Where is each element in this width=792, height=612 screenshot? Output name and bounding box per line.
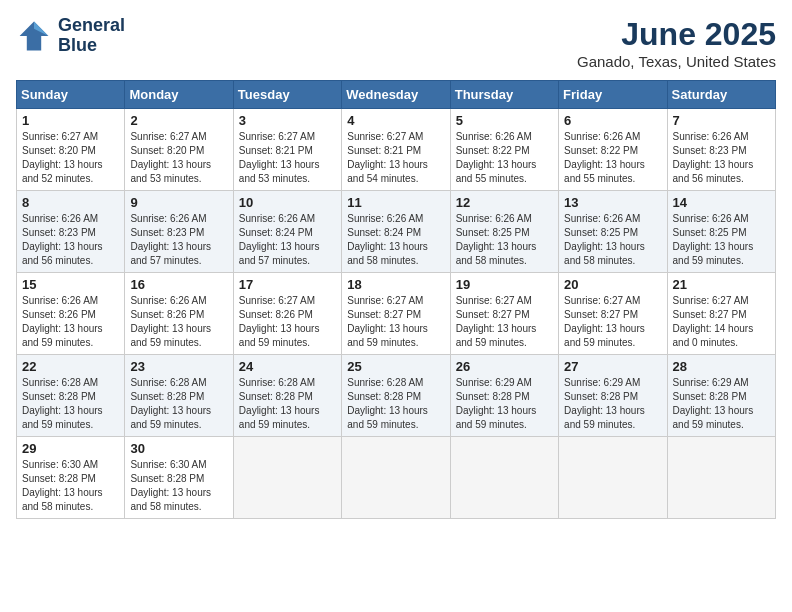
day-number: 8: [22, 195, 119, 210]
cell-content: Sunrise: 6:26 AM Sunset: 8:23 PM Dayligh…: [673, 130, 770, 186]
calendar-cell: 4 Sunrise: 6:27 AM Sunset: 8:21 PM Dayli…: [342, 109, 450, 191]
calendar-cell: 19 Sunrise: 6:27 AM Sunset: 8:27 PM Dayl…: [450, 273, 558, 355]
cell-content: Sunrise: 6:27 AM Sunset: 8:27 PM Dayligh…: [564, 294, 661, 350]
cell-content: Sunrise: 6:26 AM Sunset: 8:22 PM Dayligh…: [564, 130, 661, 186]
calendar-cell: 18 Sunrise: 6:27 AM Sunset: 8:27 PM Dayl…: [342, 273, 450, 355]
calendar-cell: 21 Sunrise: 6:27 AM Sunset: 8:27 PM Dayl…: [667, 273, 775, 355]
day-number: 3: [239, 113, 336, 128]
calendar-cell: 26 Sunrise: 6:29 AM Sunset: 8:28 PM Dayl…: [450, 355, 558, 437]
page-header: General Blue June 2025 Ganado, Texas, Un…: [16, 16, 776, 70]
day-number: 25: [347, 359, 444, 374]
cell-content: Sunrise: 6:29 AM Sunset: 8:28 PM Dayligh…: [564, 376, 661, 432]
calendar-cell: 3 Sunrise: 6:27 AM Sunset: 8:21 PM Dayli…: [233, 109, 341, 191]
calendar-week-2: 8 Sunrise: 6:26 AM Sunset: 8:23 PM Dayli…: [17, 191, 776, 273]
day-number: 4: [347, 113, 444, 128]
calendar-cell: 9 Sunrise: 6:26 AM Sunset: 8:23 PM Dayli…: [125, 191, 233, 273]
day-number: 18: [347, 277, 444, 292]
calendar-cell: 7 Sunrise: 6:26 AM Sunset: 8:23 PM Dayli…: [667, 109, 775, 191]
weekday-header-tuesday: Tuesday: [233, 81, 341, 109]
cell-content: Sunrise: 6:30 AM Sunset: 8:28 PM Dayligh…: [22, 458, 119, 514]
calendar-cell: 15 Sunrise: 6:26 AM Sunset: 8:26 PM Dayl…: [17, 273, 125, 355]
cell-content: Sunrise: 6:27 AM Sunset: 8:20 PM Dayligh…: [130, 130, 227, 186]
day-number: 5: [456, 113, 553, 128]
day-number: 2: [130, 113, 227, 128]
cell-content: Sunrise: 6:29 AM Sunset: 8:28 PM Dayligh…: [456, 376, 553, 432]
calendar-cell: 20 Sunrise: 6:27 AM Sunset: 8:27 PM Dayl…: [559, 273, 667, 355]
cell-content: Sunrise: 6:27 AM Sunset: 8:27 PM Dayligh…: [456, 294, 553, 350]
logo-icon: [16, 18, 52, 54]
calendar-cell: 12 Sunrise: 6:26 AM Sunset: 8:25 PM Dayl…: [450, 191, 558, 273]
cell-content: Sunrise: 6:27 AM Sunset: 8:21 PM Dayligh…: [239, 130, 336, 186]
day-number: 1: [22, 113, 119, 128]
weekday-header-thursday: Thursday: [450, 81, 558, 109]
location: Ganado, Texas, United States: [577, 53, 776, 70]
day-number: 12: [456, 195, 553, 210]
day-number: 23: [130, 359, 227, 374]
calendar-week-4: 22 Sunrise: 6:28 AM Sunset: 8:28 PM Dayl…: [17, 355, 776, 437]
weekday-header-saturday: Saturday: [667, 81, 775, 109]
day-number: 7: [673, 113, 770, 128]
cell-content: Sunrise: 6:30 AM Sunset: 8:28 PM Dayligh…: [130, 458, 227, 514]
cell-content: Sunrise: 6:28 AM Sunset: 8:28 PM Dayligh…: [347, 376, 444, 432]
cell-content: Sunrise: 6:27 AM Sunset: 8:20 PM Dayligh…: [22, 130, 119, 186]
calendar-cell: 23 Sunrise: 6:28 AM Sunset: 8:28 PM Dayl…: [125, 355, 233, 437]
cell-content: Sunrise: 6:26 AM Sunset: 8:26 PM Dayligh…: [22, 294, 119, 350]
day-number: 19: [456, 277, 553, 292]
calendar-cell: 6 Sunrise: 6:26 AM Sunset: 8:22 PM Dayli…: [559, 109, 667, 191]
cell-content: Sunrise: 6:26 AM Sunset: 8:22 PM Dayligh…: [456, 130, 553, 186]
day-number: 14: [673, 195, 770, 210]
cell-content: Sunrise: 6:28 AM Sunset: 8:28 PM Dayligh…: [239, 376, 336, 432]
calendar-cell: 11 Sunrise: 6:26 AM Sunset: 8:24 PM Dayl…: [342, 191, 450, 273]
cell-content: Sunrise: 6:28 AM Sunset: 8:28 PM Dayligh…: [22, 376, 119, 432]
weekday-header-wednesday: Wednesday: [342, 81, 450, 109]
calendar-cell: [450, 437, 558, 519]
calendar-week-5: 29 Sunrise: 6:30 AM Sunset: 8:28 PM Dayl…: [17, 437, 776, 519]
weekday-header-sunday: Sunday: [17, 81, 125, 109]
cell-content: Sunrise: 6:26 AM Sunset: 8:23 PM Dayligh…: [130, 212, 227, 268]
calendar-cell: 17 Sunrise: 6:27 AM Sunset: 8:26 PM Dayl…: [233, 273, 341, 355]
calendar-cell: 25 Sunrise: 6:28 AM Sunset: 8:28 PM Dayl…: [342, 355, 450, 437]
cell-content: Sunrise: 6:27 AM Sunset: 8:26 PM Dayligh…: [239, 294, 336, 350]
day-number: 29: [22, 441, 119, 456]
calendar-week-3: 15 Sunrise: 6:26 AM Sunset: 8:26 PM Dayl…: [17, 273, 776, 355]
cell-content: Sunrise: 6:28 AM Sunset: 8:28 PM Dayligh…: [130, 376, 227, 432]
day-number: 15: [22, 277, 119, 292]
cell-content: Sunrise: 6:26 AM Sunset: 8:25 PM Dayligh…: [673, 212, 770, 268]
day-number: 13: [564, 195, 661, 210]
day-number: 16: [130, 277, 227, 292]
calendar-cell: 24 Sunrise: 6:28 AM Sunset: 8:28 PM Dayl…: [233, 355, 341, 437]
weekday-header-monday: Monday: [125, 81, 233, 109]
day-number: 27: [564, 359, 661, 374]
calendar-cell: 27 Sunrise: 6:29 AM Sunset: 8:28 PM Dayl…: [559, 355, 667, 437]
calendar-week-1: 1 Sunrise: 6:27 AM Sunset: 8:20 PM Dayli…: [17, 109, 776, 191]
calendar-cell: 16 Sunrise: 6:26 AM Sunset: 8:26 PM Dayl…: [125, 273, 233, 355]
calendar-cell: 14 Sunrise: 6:26 AM Sunset: 8:25 PM Dayl…: [667, 191, 775, 273]
cell-content: Sunrise: 6:27 AM Sunset: 8:27 PM Dayligh…: [673, 294, 770, 350]
day-number: 24: [239, 359, 336, 374]
calendar-cell: 22 Sunrise: 6:28 AM Sunset: 8:28 PM Dayl…: [17, 355, 125, 437]
cell-content: Sunrise: 6:26 AM Sunset: 8:25 PM Dayligh…: [564, 212, 661, 268]
calendar-cell: 2 Sunrise: 6:27 AM Sunset: 8:20 PM Dayli…: [125, 109, 233, 191]
day-number: 21: [673, 277, 770, 292]
day-number: 22: [22, 359, 119, 374]
title-block: June 2025 Ganado, Texas, United States: [577, 16, 776, 70]
cell-content: Sunrise: 6:26 AM Sunset: 8:24 PM Dayligh…: [239, 212, 336, 268]
cell-content: Sunrise: 6:26 AM Sunset: 8:23 PM Dayligh…: [22, 212, 119, 268]
calendar-cell: 8 Sunrise: 6:26 AM Sunset: 8:23 PM Dayli…: [17, 191, 125, 273]
weekday-header-row: SundayMondayTuesdayWednesdayThursdayFrid…: [17, 81, 776, 109]
calendar-cell: 30 Sunrise: 6:30 AM Sunset: 8:28 PM Dayl…: [125, 437, 233, 519]
cell-content: Sunrise: 6:26 AM Sunset: 8:24 PM Dayligh…: [347, 212, 444, 268]
month-title: June 2025: [577, 16, 776, 53]
cell-content: Sunrise: 6:27 AM Sunset: 8:21 PM Dayligh…: [347, 130, 444, 186]
calendar-cell: [667, 437, 775, 519]
day-number: 11: [347, 195, 444, 210]
day-number: 20: [564, 277, 661, 292]
calendar-cell: [342, 437, 450, 519]
day-number: 10: [239, 195, 336, 210]
day-number: 26: [456, 359, 553, 374]
day-number: 9: [130, 195, 227, 210]
calendar: SundayMondayTuesdayWednesdayThursdayFrid…: [16, 80, 776, 519]
calendar-cell: 5 Sunrise: 6:26 AM Sunset: 8:22 PM Dayli…: [450, 109, 558, 191]
calendar-cell: 13 Sunrise: 6:26 AM Sunset: 8:25 PM Dayl…: [559, 191, 667, 273]
calendar-cell: [233, 437, 341, 519]
